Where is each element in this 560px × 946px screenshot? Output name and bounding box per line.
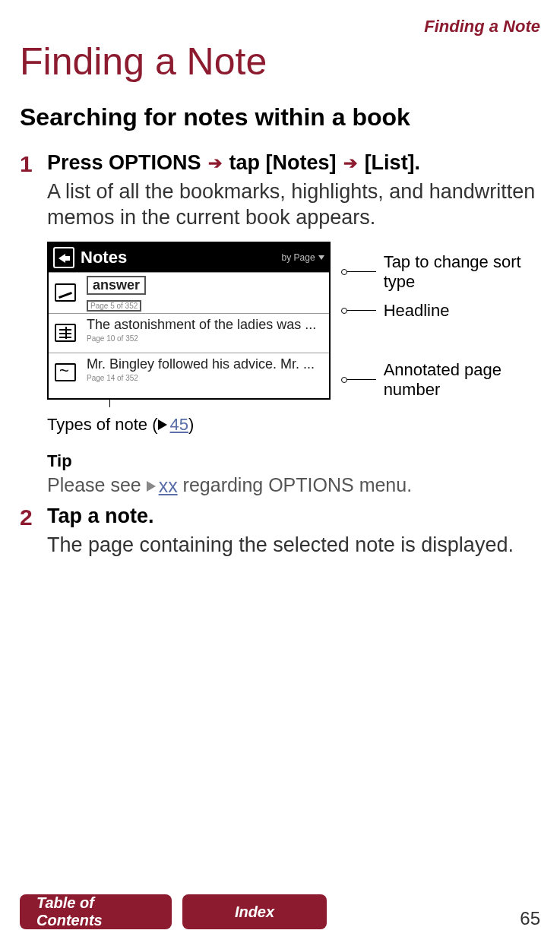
index-button[interactable]: Index (182, 894, 327, 929)
page-reference-link[interactable]: 45 (170, 415, 188, 435)
section-heading: Searching for notes within a book (20, 103, 540, 131)
text: regarding OPTIONS menu. (183, 474, 413, 495)
leader-line (344, 271, 376, 272)
running-head: Finding a Note (20, 17, 540, 36)
page-ref-icon (147, 481, 156, 492)
tip: Tip Please see xx regarding OPTIONS menu… (47, 451, 540, 498)
text: tap [Notes] (229, 151, 343, 174)
highlight-icon (55, 363, 76, 381)
page-ref-icon (158, 419, 167, 430)
arrow-right-icon: ➔ (207, 153, 223, 173)
titlebar-title: Notes (81, 248, 127, 267)
note-row: Mr. Bingley followed his advice. Mr. ...… (49, 353, 329, 392)
step-number: 1 (20, 151, 47, 231)
callout-headline: Headline (384, 301, 450, 321)
back-icon (53, 247, 74, 268)
text: Press OPTIONS (47, 151, 207, 174)
footer: Table of Contents Index 65 (20, 894, 540, 929)
note-page-number: Page 14 of 352 (87, 374, 324, 382)
text: Tap a note. (47, 505, 154, 527)
toc-button[interactable]: Table of Contents (20, 894, 172, 929)
step-1-description: A list of all the bookmarks, highlights,… (47, 179, 540, 231)
note-headline: The astonishment of the ladies was ... (87, 317, 324, 333)
titlebar: Notes by Page (49, 243, 329, 272)
note-headline: answer (87, 276, 146, 295)
arrow-right-icon: ➔ (342, 153, 359, 173)
text: Types of note ( (47, 415, 158, 435)
leader-line (344, 379, 376, 380)
text: [List]. (365, 151, 421, 174)
page-title: Finding a Note (20, 40, 540, 84)
step-2: 2 Tap a note. The page containing the se… (20, 505, 540, 558)
chevron-down-icon (318, 255, 324, 260)
note-row: answer Page 5 of 352 (49, 272, 329, 313)
text: Please see (47, 474, 147, 495)
callout-sort: Tap to change sort type (384, 252, 540, 292)
sort-label: by Page (282, 252, 315, 263)
note-page-number: Page 10 of 352 (87, 334, 324, 343)
step-2-heading: Tap a note. (47, 505, 540, 528)
notes-screenshot: Notes by Page answer Page 5 of 352 The a… (47, 242, 331, 400)
handwriting-icon (55, 283, 76, 302)
step-1-heading: Press OPTIONS ➔ tap [Notes] ➔ [List]. (47, 151, 540, 175)
callout-note-types: Types of note ( 45 ) (47, 415, 540, 435)
figure: Notes by Page answer Page 5 of 352 The a… (47, 242, 540, 435)
bookmark-icon (55, 324, 76, 342)
text: ) (188, 415, 194, 435)
note-row: The astonishment of the ladies was ... P… (49, 313, 329, 353)
sort-selector: by Page (282, 252, 324, 263)
page-reference-link[interactable]: xx (159, 475, 178, 497)
tip-body: Please see xx regarding OPTIONS menu. (47, 474, 540, 498)
page-number: 65 (520, 908, 540, 929)
note-headline: Mr. Bingley followed his advice. Mr. ... (87, 356, 324, 372)
leader-line (344, 310, 376, 311)
tip-heading: Tip (47, 451, 540, 471)
callout-labels: Tap to change sort type Headline Annotat… (344, 242, 540, 400)
step-number: 2 (20, 505, 47, 558)
step-2-description: The page containing the selected note is… (47, 533, 540, 558)
step-1: 1 Press OPTIONS ➔ tap [Notes] ➔ [List]. … (20, 151, 540, 231)
callout-page-number: Annotated page number (384, 360, 540, 400)
note-page-number: Page 5 of 352 (87, 300, 141, 312)
